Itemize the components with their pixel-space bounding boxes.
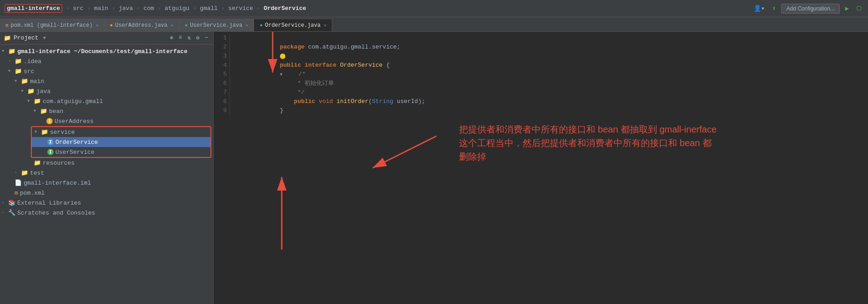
tab-pom-close[interactable]: ✕ — [96, 23, 99, 28]
tree-item-resources[interactable]: 📁 resources — [0, 158, 213, 168]
arrow-test: › — [15, 171, 21, 175]
breadcrumb-sep-3: › — [136, 5, 140, 12]
interface-userservice-icon: I — [47, 149, 54, 155]
useraddress-label: UserAddress — [55, 118, 94, 125]
tree-item-useraddress[interactable]: I UserAddress — [0, 116, 213, 126]
tree-item-main[interactable]: ▼ 📁 main — [0, 76, 213, 86]
arrow-java: ▼ — [21, 89, 27, 93]
annotation-line1: 把提供者和消费者中所有的接口和 bean 都抽取到 gmall-inerface — [459, 123, 717, 136]
editor-content-wrapper: 1 2 3 4 5 6 7 8 9 package com.atguigu.gm… — [214, 32, 868, 304]
pkg-name: com.atguigu.gmall.service; — [304, 44, 400, 50]
breadcrumb-java[interactable]: java — [119, 5, 133, 12]
folder-resources-icon: 📁 — [34, 159, 41, 167]
add-config-button[interactable]: Add Configuration... — [781, 4, 839, 14]
arrow-ext-libs: › — [2, 201, 8, 205]
com-label: com.atguigu.gmall — [43, 98, 103, 105]
arrow-scratches: › — [2, 211, 8, 215]
iml-label: gmall-interface.iml — [24, 180, 91, 186]
breadcrumb-atguigu[interactable]: atguigu — [165, 5, 190, 12]
arrow-src: ▼ — [8, 69, 15, 74]
breadcrumb-root[interactable]: gmall-interface — [5, 4, 62, 13]
folder-root-icon: 📁 — [8, 48, 15, 55]
folder-java-icon: 📁 — [27, 88, 35, 95]
src-label: src — [24, 68, 34, 75]
breadcrumb-sep-6: › — [221, 5, 224, 12]
sidebar-header: 📁 Project ▼ ⊕ ≡ ⇅ ⚙ — — [0, 32, 213, 44]
tree-item-bean[interactable]: ▼ 📁 bean — [0, 106, 213, 116]
title-right: 👤▾ ⬆ Add Configuration... ▶ ⬡ — [752, 4, 863, 14]
tree-item-root[interactable]: ▼ 📁 gmall-interface ~/Documents/test/gma… — [0, 46, 213, 56]
main-content: Project 📁 Project ▼ ⊕ ≡ ⇅ ⚙ — ▼ 📁 — [0, 32, 868, 304]
arrow-main: ▼ — [15, 79, 21, 83]
kw-interface: interface — [304, 62, 336, 69]
tree-item-orderservice[interactable]: I OrderService — [32, 137, 210, 147]
brace-open: { — [383, 62, 390, 69]
file-iml-icon: 📄 — [15, 179, 22, 186]
tree-item-pomxml[interactable]: m pom.xml — [0, 188, 213, 198]
bean-label: bean — [49, 108, 63, 115]
tab-useraddress-close[interactable]: ✕ — [171, 23, 174, 28]
code-content[interactable]: package com.atguigu.gmall.service; publi… — [230, 34, 433, 115]
breadcrumb-sep-5: › — [193, 5, 196, 12]
arrow-idea: › — [8, 59, 15, 64]
root-label: gmall-interface ~/Documents/test/gmall-i… — [17, 48, 187, 55]
line-numbers: 1 2 3 4 5 6 7 8 9 — [214, 34, 230, 115]
tree-item-iml[interactable]: 📄 gmall-interface.iml — [0, 178, 213, 188]
line-num-5: 5 — [216, 70, 227, 79]
collapse-all-icon[interactable]: ≡ — [177, 34, 183, 42]
dropdown-arrow[interactable]: ▼ — [43, 35, 46, 41]
tree-item-com-atguigu-gmall[interactable]: ▼ 📁 com.atguigu.gmall — [0, 96, 213, 106]
scope-icon[interactable]: ⊕ — [169, 34, 175, 42]
vcs-icon[interactable]: ⬆ — [770, 4, 778, 13]
tab-userservice-close[interactable]: ✕ — [245, 23, 248, 28]
tree-item-test[interactable]: › 📁 test — [0, 168, 213, 178]
settings-icon[interactable]: ⚙ — [195, 34, 201, 42]
hint-bulb — [280, 54, 285, 59]
type-string: String — [372, 98, 394, 105]
tab-orderservice-close[interactable]: ✕ — [324, 23, 326, 28]
arrow-com: ▼ — [27, 99, 34, 103]
tabs-bar: m pom.xml (gmall-interface) ✕ ● UserAddr… — [0, 17, 868, 32]
tree-item-src[interactable]: ▼ 📁 src — [0, 66, 213, 76]
interface-orderservice-icon: I — [47, 139, 54, 145]
breadcrumb-com[interactable]: com — [144, 5, 154, 12]
tree-item-userservice[interactable]: I UserService — [32, 147, 210, 157]
code-editor[interactable]: 1 2 3 4 5 6 7 8 9 package com.atguigu.gm… — [214, 32, 868, 304]
tab-pom[interactable]: m pom.xml (gmall-interface) ✕ — [0, 19, 105, 31]
user-icon[interactable]: 👤▾ — [752, 4, 767, 13]
kw-void: void — [319, 98, 333, 105]
code-area: 1 2 3 4 5 6 7 8 9 package com.atguigu.gm… — [214, 32, 868, 117]
tree-item-ext-libs[interactable]: › 📚 External Libraries — [0, 198, 213, 208]
tree-item-java[interactable]: ▼ 📁 java — [0, 86, 213, 96]
folder-test-icon: 📁 — [21, 169, 28, 177]
breadcrumb-gmall[interactable]: gmall — [200, 5, 218, 12]
tree-item-scratches[interactable]: › 🔧 Scratches and Consoles — [0, 208, 213, 218]
arrow-bean: ▼ — [34, 109, 40, 113]
breadcrumb-orderservice[interactable]: OrderService — [264, 5, 306, 12]
breadcrumb-sep-0: › — [66, 5, 69, 12]
breadcrumb-main[interactable]: main — [94, 5, 108, 12]
breadcrumb-sep-7: › — [257, 5, 260, 12]
line-num-3: 3 — [216, 52, 227, 61]
method-name: initOrder — [333, 98, 369, 105]
tree-item-service[interactable]: ▼ 📁 service — [32, 127, 210, 137]
close-sidebar-icon[interactable]: — — [204, 34, 210, 42]
folder-service-icon: 📁 — [41, 128, 48, 136]
tab-orderservice[interactable]: ● OrderService.java ✕ — [254, 19, 332, 31]
breadcrumb-service[interactable]: service — [228, 5, 253, 12]
line-num-7: 7 — [216, 88, 227, 97]
param-name: userId); — [393, 98, 425, 105]
tab-useraddress-icon: ● — [110, 23, 113, 28]
sort-icon[interactable]: ⇅ — [186, 34, 192, 42]
line-num-1: 1 — [216, 34, 227, 43]
tab-useraddress[interactable]: ● UserAddress.java ✕ — [105, 19, 180, 31]
userservice-label: UserService — [55, 149, 95, 156]
tab-userservice[interactable]: ● UserService.java ✕ — [180, 19, 254, 31]
breadcrumb-src[interactable]: src — [73, 5, 83, 12]
run-button[interactable]: ▶ — [843, 4, 851, 13]
fold-marker-4[interactable]: ▼ — [280, 70, 283, 79]
tab-orderservice-label: OrderService.java — [265, 22, 320, 29]
brace-close: } — [280, 107, 284, 114]
debug-button[interactable]: ⬡ — [854, 4, 863, 13]
tree-item-idea[interactable]: › 📁 .idea — [0, 56, 213, 66]
